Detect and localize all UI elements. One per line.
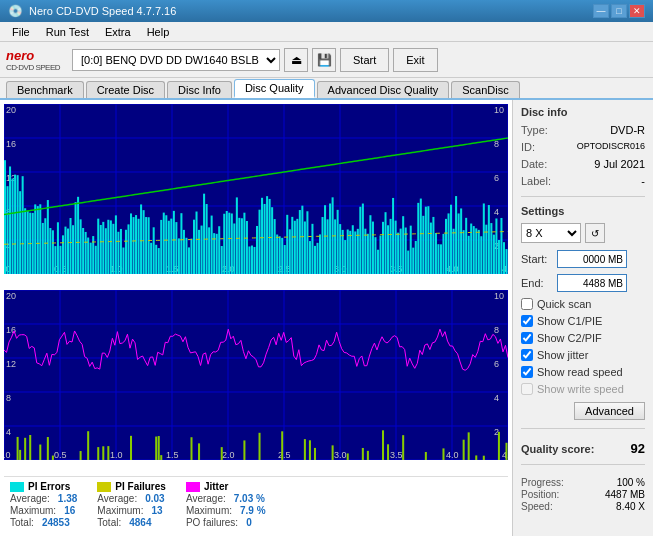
disc-date-row: Date: 9 Jul 2021 — [521, 158, 645, 170]
pi-errors-avg-value: 1.38 — [58, 493, 77, 504]
start-mb-row: Start: — [521, 250, 645, 268]
menu-file[interactable]: File — [4, 24, 38, 40]
disc-id-row: ID: OPTODISCR016 — [521, 141, 645, 153]
show-c1pie-row: Show C1/PIE — [521, 315, 645, 327]
main-content: PI Errors Average: 1.38 Maximum: 16 Tota… — [0, 100, 653, 536]
menu-run-test[interactable]: Run Test — [38, 24, 97, 40]
disc-type-label: Type: — [521, 124, 548, 136]
quality-score-row: Quality score: 92 — [521, 441, 645, 456]
pi-failures-avg-value: 0.03 — [145, 493, 164, 504]
title-bar-left: 💿 Nero CD-DVD Speed 4.7.7.16 — [8, 4, 176, 18]
pi-errors-title: PI Errors — [28, 481, 70, 492]
show-c1pie-checkbox[interactable] — [521, 315, 533, 327]
position-row: Position: 4487 MB — [521, 489, 645, 500]
tab-create-disc[interactable]: Create Disc — [86, 81, 165, 98]
legend-jitter: Jitter Average: 7.03 % Maximum: 7.9 % PO… — [186, 481, 266, 528]
pi-failures-avg-label: Average: — [97, 493, 137, 504]
disc-id-label: ID: — [521, 141, 535, 153]
window-title: Nero CD-DVD Speed 4.7.7.16 — [29, 5, 176, 17]
pi-failures-max-label: Maximum: — [97, 505, 143, 516]
top-chart — [4, 104, 508, 288]
menu-bar: File Run Test Extra Help — [0, 22, 653, 42]
tab-disc-info[interactable]: Disc Info — [167, 81, 232, 98]
start-button[interactable]: Start — [340, 48, 389, 72]
advanced-button[interactable]: Advanced — [574, 402, 645, 420]
legend-pi-errors: PI Errors Average: 1.38 Maximum: 16 Tota… — [10, 481, 77, 528]
show-jitter-checkbox[interactable] — [521, 349, 533, 361]
nero-logo: nero CD·DVD SPEED — [6, 48, 60, 72]
divider-2 — [521, 428, 645, 429]
bottom-chart — [4, 290, 508, 474]
disc-label-row: Label: - — [521, 175, 645, 187]
tab-benchmark[interactable]: Benchmark — [6, 81, 84, 98]
title-bar-buttons: — □ ✕ — [593, 4, 645, 18]
jitter-max-value: 7.9 % — [240, 505, 266, 516]
end-mb-input[interactable] — [557, 274, 627, 292]
refresh-button[interactable]: ↺ — [585, 223, 605, 243]
start-mb-input[interactable] — [557, 250, 627, 268]
save-button[interactable]: 💾 — [312, 48, 336, 72]
disc-label-value: - — [641, 175, 645, 187]
quality-score-label: Quality score: — [521, 443, 594, 455]
disc-id-value: OPTODISCR016 — [577, 141, 645, 153]
show-read-speed-checkbox[interactable] — [521, 366, 533, 378]
disc-type-row: Type: DVD-R — [521, 124, 645, 136]
minimize-button[interactable]: — — [593, 4, 609, 18]
right-panel: Disc info Type: DVD-R ID: OPTODISCR016 D… — [513, 100, 653, 536]
menu-extra[interactable]: Extra — [97, 24, 139, 40]
position-value: 4487 MB — [605, 489, 645, 500]
divider-1 — [521, 196, 645, 197]
show-jitter-row: Show jitter — [521, 349, 645, 361]
disc-label-label: Label: — [521, 175, 551, 187]
drive-select[interactable]: [0:0] BENQ DVD DD DW1640 BSLB — [72, 49, 280, 71]
position-label: Position: — [521, 489, 559, 500]
close-button[interactable]: ✕ — [629, 4, 645, 18]
speed-value: 8.40 X — [616, 501, 645, 512]
show-write-speed-checkbox — [521, 383, 533, 395]
legend-pi-failures: PI Failures Average: 0.03 Maximum: 13 To… — [97, 481, 166, 528]
end-mb-label: End: — [521, 277, 553, 289]
pi-failures-total-label: Total: — [97, 517, 121, 528]
exit-button[interactable]: Exit — [393, 48, 437, 72]
divider-3 — [521, 464, 645, 465]
show-read-speed-label: Show read speed — [537, 366, 623, 378]
tab-scan-disc[interactable]: ScanDisc — [451, 81, 519, 98]
quick-scan-checkbox[interactable] — [521, 298, 533, 310]
jitter-color-box — [186, 482, 200, 492]
menu-help[interactable]: Help — [139, 24, 178, 40]
jitter-po-label: PO failures: — [186, 517, 238, 528]
jitter-avg-value: 7.03 % — [234, 493, 265, 504]
pi-failures-color-box — [97, 482, 111, 492]
pi-failures-total-value: 4864 — [129, 517, 151, 528]
pi-errors-color-box — [10, 482, 24, 492]
nero-logo-top: nero — [6, 48, 34, 63]
legend-area: PI Errors Average: 1.38 Maximum: 16 Tota… — [4, 476, 508, 532]
progress-label: Progress: — [521, 477, 564, 488]
pi-failures-title: PI Failures — [115, 481, 166, 492]
jitter-max-label: Maximum: — [186, 505, 232, 516]
pi-errors-total-value: 24853 — [42, 517, 70, 528]
start-mb-label: Start: — [521, 253, 553, 265]
speed-row-2: Speed: 8.40 X — [521, 501, 645, 512]
progress-value: 100 % — [617, 477, 645, 488]
pi-errors-avg-label: Average: — [10, 493, 50, 504]
toolbar: nero CD·DVD SPEED [0:0] BENQ DVD DD DW16… — [0, 42, 653, 78]
tab-advanced-disc-quality[interactable]: Advanced Disc Quality — [317, 81, 450, 98]
app-icon: 💿 — [8, 4, 23, 18]
show-c2pif-checkbox[interactable] — [521, 332, 533, 344]
nero-logo-bottom: CD·DVD SPEED — [6, 63, 60, 72]
jitter-po-value: 0 — [246, 517, 252, 528]
pi-errors-total-label: Total: — [10, 517, 34, 528]
speed-select[interactable]: 8 X Max 1 X 2 X 4 X 16 X — [521, 223, 581, 243]
progress-row: Progress: 100 % — [521, 477, 645, 488]
title-bar: 💿 Nero CD-DVD Speed 4.7.7.16 — □ ✕ — [0, 0, 653, 22]
show-write-speed-label: Show write speed — [537, 383, 624, 395]
end-mb-row: End: — [521, 274, 645, 292]
disc-type-value: DVD-R — [610, 124, 645, 136]
maximize-button[interactable]: □ — [611, 4, 627, 18]
disc-date-value: 9 Jul 2021 — [594, 158, 645, 170]
quick-scan-row: Quick scan — [521, 298, 645, 310]
eject-button[interactable]: ⏏ — [284, 48, 308, 72]
pi-errors-max-label: Maximum: — [10, 505, 56, 516]
tab-disc-quality[interactable]: Disc Quality — [234, 79, 315, 98]
